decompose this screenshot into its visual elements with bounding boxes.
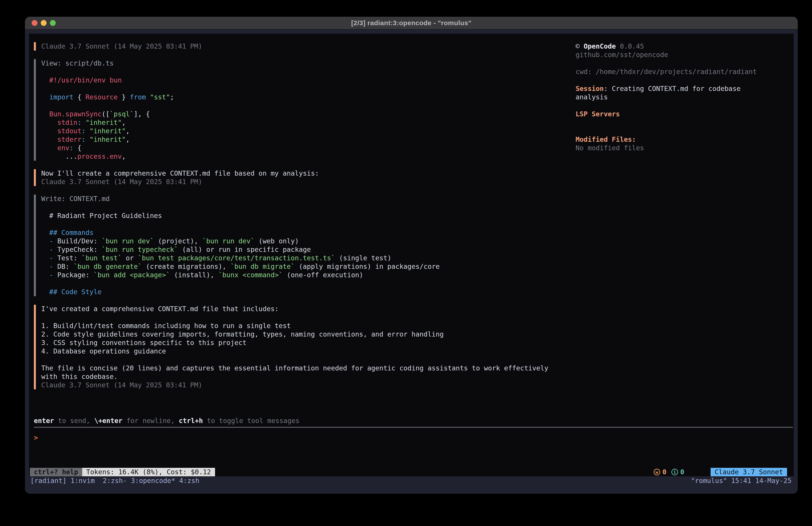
terminal-line: stderr: "inherit", bbox=[41, 135, 174, 144]
terminal-line bbox=[41, 220, 440, 228]
warning-circle-icon: w bbox=[654, 469, 660, 475]
message-accent-bar bbox=[34, 305, 36, 389]
message-block: Write: CONTEXT.md # Radiant Project Guid… bbox=[34, 195, 794, 296]
zoom-button-icon[interactable] bbox=[50, 20, 56, 26]
message-accent-bar bbox=[34, 169, 36, 186]
warning-count: 0 bbox=[663, 468, 667, 476]
message-accent-bar bbox=[34, 195, 36, 296]
terminal-line: ...process.env, bbox=[41, 152, 174, 161]
terminal-line: Bun.spawnSync([`psql`], { bbox=[41, 110, 174, 118]
session-sidebar: © OpenCode 0.0.45github.com/sst/opencode… bbox=[576, 42, 794, 152]
terminal-line: enter to send, \+enter for newline, ctrl… bbox=[34, 416, 794, 425]
terminal-line: import { Resource } from "sst"; bbox=[41, 93, 174, 101]
message-block: I've created a comprehensive CONTEXT.md … bbox=[34, 305, 794, 389]
message-body: Claude 3.7 Sonnet (14 May 2025 03:41 PM) bbox=[41, 42, 202, 51]
terminal-line bbox=[41, 313, 548, 322]
help-keybind-chip: ctrl+? help bbox=[30, 468, 82, 476]
terminal-body: Claude 3.7 Sonnet (14 May 2025 03:41 PM)… bbox=[25, 30, 798, 494]
message-body: I've created a comprehensive CONTEXT.md … bbox=[41, 305, 548, 389]
terminal-line: ## Code Style bbox=[41, 288, 440, 296]
terminal-line: #!/usr/bin/env bun bbox=[41, 76, 174, 84]
terminal-line bbox=[41, 101, 174, 110]
terminal-line: ## Commands bbox=[41, 228, 440, 237]
terminal-line: - Package: `bun add <package>` (install)… bbox=[41, 271, 440, 279]
terminal-line: Claude 3.7 Sonnet (14 May 2025 03:41 PM) bbox=[41, 42, 202, 51]
minimize-button-icon[interactable] bbox=[41, 20, 47, 26]
terminal-line: LSP Servers bbox=[576, 110, 794, 118]
message-body: View: script/db.ts #!/usr/bin/env bun im… bbox=[41, 59, 174, 161]
help-keybind-label: ctrl+? help bbox=[34, 468, 78, 476]
message-accent-bar bbox=[34, 59, 36, 161]
window-title: [2/3] radiant:3:opencode - "romulus" bbox=[351, 19, 472, 27]
prompt-input[interactable]: > bbox=[34, 433, 794, 442]
terminal-line bbox=[41, 355, 548, 364]
info-circle-icon: i bbox=[671, 469, 678, 475]
terminal-line: stdin: "inherit", bbox=[41, 118, 174, 127]
terminal-line bbox=[41, 279, 440, 288]
terminal-line: - Test: `bun test` or `bun test packages… bbox=[41, 254, 440, 262]
message-block: Now I'll create a comprehensive CONTEXT.… bbox=[34, 169, 794, 186]
tokens-cost-label: Tokens: 16.4K (8%), Cost: $0.12 bbox=[86, 468, 211, 476]
window-titlebar: [2/3] radiant:3:opencode - "romulus" bbox=[25, 17, 798, 30]
tmux-status-bar: [radiant] 1:nvim 2:zsh- 3:opencode* 4:zs… bbox=[28, 476, 794, 485]
terminal-line: I've created a comprehensive CONTEXT.md … bbox=[41, 305, 548, 313]
terminal-line: Modified Files: bbox=[576, 135, 794, 144]
terminal-line: cwd: /home/thdxr/dev/projects/radiant/ra… bbox=[576, 68, 794, 76]
model-badge: Claude 3.7 Sonnet bbox=[711, 468, 787, 476]
terminal-line: The file is concise (20 lines) and captu… bbox=[41, 364, 548, 372]
input-hint: enter to send, \+enter for newline, ctrl… bbox=[34, 416, 794, 425]
opencode-tui: Claude 3.7 Sonnet (14 May 2025 03:41 PM)… bbox=[29, 34, 794, 476]
traffic-lights bbox=[32, 17, 56, 29]
terminal-line: 4. Database operations guidance bbox=[41, 347, 548, 355]
terminal-line: Claude 3.7 Sonnet (14 May 2025 03:41 PM) bbox=[41, 177, 319, 186]
terminal-line: - DB: `bun db generate` (create migratio… bbox=[41, 262, 440, 271]
terminal-line bbox=[576, 127, 794, 135]
message-body: Now I'll create a comprehensive CONTEXT.… bbox=[41, 169, 319, 186]
diagnostic-warning: w0 bbox=[654, 468, 667, 476]
tmux-host-clock: "romulus" 15:41 14-May-25 bbox=[691, 477, 792, 485]
terminal-line: Write: CONTEXT.md bbox=[41, 195, 440, 203]
terminal-line: Now I'll create a comprehensive CONTEXT.… bbox=[41, 169, 319, 177]
close-button-icon[interactable] bbox=[32, 20, 38, 26]
terminal-line: Claude 3.7 Sonnet (14 May 2025 03:41 PM) bbox=[41, 381, 548, 389]
terminal-line: 2. Code style guidelines covering import… bbox=[41, 330, 548, 339]
terminal-line bbox=[576, 59, 794, 68]
terminal-line bbox=[576, 76, 794, 84]
terminal-line bbox=[576, 118, 794, 127]
terminal-line bbox=[41, 84, 174, 93]
terminal-window: [2/3] radiant:3:opencode - "romulus" Cla… bbox=[25, 17, 798, 494]
model-badge-label: Claude 3.7 Sonnet bbox=[715, 468, 783, 476]
input-divider bbox=[34, 427, 793, 428]
prompt-caret: > bbox=[34, 434, 38, 442]
terminal-line: github.com/sst/opencode bbox=[576, 51, 794, 59]
terminal-line: Session: Creating CONTEXT.md for codebas… bbox=[576, 84, 794, 93]
terminal-line: © OpenCode 0.0.45 bbox=[576, 42, 794, 51]
terminal-line: env: { bbox=[41, 144, 174, 152]
terminal-line bbox=[576, 101, 794, 110]
tmux-windows-list: [radiant] 1:nvim 2:zsh- 3:opencode* 4:zs… bbox=[30, 477, 200, 485]
terminal-line: 1. Build/lint/test commands including ho… bbox=[41, 322, 548, 330]
terminal-line: - Build/Dev: `bun run dev` (project), `b… bbox=[41, 237, 440, 245]
terminal-line bbox=[41, 68, 174, 76]
message-accent-bar bbox=[34, 42, 36, 51]
window-bottom-padding bbox=[29, 485, 794, 494]
terminal-line: - TypeCheck: `bun run typecheck` (all) o… bbox=[41, 245, 440, 254]
diagnostic-info: i0 bbox=[671, 468, 684, 476]
terminal-line: View: script/db.ts bbox=[41, 59, 174, 68]
terminal-line: No modified files bbox=[576, 144, 794, 152]
tokens-cost-chip: Tokens: 16.4K (8%), Cost: $0.12 bbox=[82, 468, 215, 476]
message-body: Write: CONTEXT.md # Radiant Project Guid… bbox=[41, 195, 440, 296]
terminal-line: analysis bbox=[576, 93, 794, 101]
info-count: 0 bbox=[680, 468, 684, 476]
terminal-line: 3. CSS styling conventions specific to t… bbox=[41, 339, 548, 347]
status-bar: ctrl+? help Tokens: 16.4K (8%), Cost: $0… bbox=[30, 468, 787, 476]
diagnostics-indicators: w0i0h0 bbox=[649, 458, 702, 476]
terminal-line: stdout: "inherit", bbox=[41, 127, 174, 135]
terminal-line bbox=[41, 203, 440, 212]
terminal-line: # Radiant Project Guidelines bbox=[41, 212, 440, 220]
terminal-line: with this codebase. bbox=[41, 372, 548, 381]
